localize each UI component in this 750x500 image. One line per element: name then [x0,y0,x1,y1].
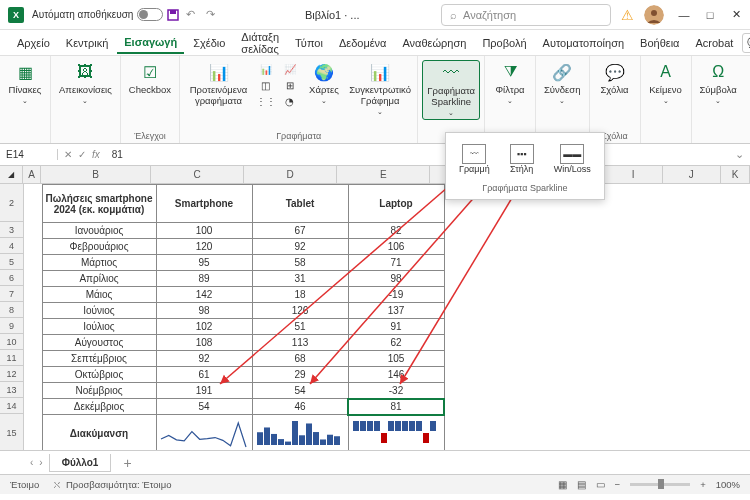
autosave-toggle[interactable]: Αυτόματη αποθήκευση [32,8,163,21]
menu-Αναθεώρηση[interactable]: Αναθεώρηση [395,33,473,53]
maximize-button[interactable]: □ [704,9,716,21]
sparklines-button[interactable]: 〰Γραφήματα Sparkline⌄ [422,60,480,120]
text-button[interactable]: AΚείμενο⌄ [645,60,687,107]
hierarchy-chart-icon[interactable]: ◫ [257,78,275,92]
menu-Βοήθεια[interactable]: Βοήθεια [633,33,686,53]
autosave-label: Αυτόματη αποθήκευση [32,9,133,20]
recommended-charts-button[interactable]: 📊Προτεινόμενα γραφήματα [184,60,253,108]
links-button[interactable]: 🔗Σύνδεση⌄ [540,60,585,107]
row-header-7[interactable]: 7 [0,286,24,302]
symbols-button[interactable]: ΩΣύμβολα⌄ [696,60,741,107]
col-header-A[interactable]: A [23,166,40,184]
sparkline-dropdown: 〰Γραμμή ▪▪▪Στήλη ▬▬Win/Loss Γραφήματα Sp… [445,132,605,200]
menu-Αρχείο[interactable]: Αρχείο [10,33,57,53]
column-chart-icon[interactable]: 📊 [257,62,275,76]
collapse-ribbon-button[interactable]: ⌄ [745,56,750,143]
row-header-9[interactable]: 9 [0,318,24,334]
search-placeholder: Αναζήτηση [463,9,516,21]
tables-button[interactable]: ▦Πίνακες⌄ [4,60,46,107]
row-header-13[interactable]: 13 [0,382,24,398]
view-page-icon[interactable]: ▤ [577,479,586,490]
svg-rect-15 [360,421,366,431]
add-sheet-button[interactable]: + [117,455,137,471]
menu-Κεντρική[interactable]: Κεντρική [59,33,115,53]
close-button[interactable]: ✕ [730,9,742,21]
statistic-chart-icon[interactable]: ⊞ [281,78,299,92]
sheet-tab[interactable]: Φύλλο1 [49,454,112,472]
menu-Διάταξη σελίδας[interactable]: Διάταξη σελίδας [234,27,286,59]
status-accessibility[interactable]: ⛌ Προσβασιμότητα: Έτοιμο [53,479,171,490]
row-header-2[interactable]: 2 [0,184,24,222]
sheet-prev-icon[interactable]: ‹ [30,457,33,468]
row-header-14[interactable]: 14 [0,398,24,414]
undo-icon[interactable]: ↶ [186,8,200,22]
col-header-I[interactable]: I [605,166,663,184]
search-box[interactable]: ⌕ Αναζήτηση [441,4,611,26]
svg-rect-1 [170,10,176,14]
view-normal-icon[interactable]: ▦ [558,479,567,490]
save-icon[interactable] [166,8,180,22]
sheet-next-icon[interactable]: › [39,457,42,468]
minimize-button[interactable]: — [678,9,690,21]
zoom-out-button[interactable]: − [615,479,621,490]
cancel-formula-icon[interactable]: ✕ [64,149,72,160]
expand-formula-bar[interactable]: ⌄ [729,148,750,161]
scatter-chart-icon[interactable]: ⋮⋮ [257,94,275,108]
line-chart-icon[interactable]: 📈 [281,62,299,76]
menu-Αυτοματοποίηση[interactable]: Αυτοματοποίηση [536,33,632,53]
svg-rect-25 [430,421,436,431]
column-spark-icon: ▪▪▪ [510,144,534,164]
row-header-12[interactable]: 12 [0,366,24,382]
data-table[interactable]: Πωλήσεις smartphone 2024 (εκ. κομμάτια)S… [24,184,445,450]
fx-icon[interactable]: fx [92,149,100,160]
row-header-11[interactable]: 11 [0,350,24,366]
warning-icon[interactable]: ⚠ [621,7,634,23]
svg-rect-7 [292,421,298,445]
row-header-15[interactable]: 15 [0,414,24,450]
col-header-K[interactable]: K [721,166,750,184]
pictures-button[interactable]: 🖼Απεικονίσεις⌄ [55,60,116,107]
pivotchart-button[interactable]: 📊Συγκεντρωτικό Γράφημα⌄ [347,60,413,118]
accept-formula-icon[interactable]: ✓ [78,149,86,160]
col-header-B[interactable]: B [41,166,151,184]
row-header-8[interactable]: 8 [0,302,24,318]
col-header-D[interactable]: D [244,166,337,184]
filters-button[interactable]: ⧩Φίλτρα⌄ [489,60,531,107]
svg-rect-13 [334,436,340,445]
row-header-6[interactable]: 6 [0,270,24,286]
menu-Προβολή[interactable]: Προβολή [475,33,533,53]
combo-chart-icon[interactable]: ◔ [281,94,299,108]
toggle-switch[interactable] [137,8,163,21]
zoom-slider[interactable] [630,483,690,486]
comments-button[interactable]: 💬Σχόλια [594,60,636,97]
row-header-4[interactable]: 4 [0,238,24,254]
ribbon: ▦Πίνακες⌄ 🖼Απεικονίσεις⌄ ☑Checkbox Έλεγχ… [0,56,750,144]
col-header-E[interactable]: E [337,166,430,184]
svg-rect-14 [353,421,359,431]
menu-Εισαγωγή[interactable]: Εισαγωγή [117,32,184,54]
col-header-J[interactable]: J [663,166,721,184]
menu-Δεδομένα[interactable]: Δεδομένα [332,33,394,53]
menu-Σχέδιο[interactable]: Σχέδιο [186,33,232,53]
sparkline-column-option[interactable]: ▪▪▪Στήλη [503,139,541,179]
select-all-button[interactable]: ◢ [0,166,23,184]
worksheet-grid[interactable]: ◢ABCDEFGHIJK 2345678910111213141516 Πωλή… [0,166,750,450]
sparkline-line-option[interactable]: 〰Γραμμή [452,139,497,179]
formula-input[interactable]: 81 [106,149,729,160]
maps-button[interactable]: 🌍Χάρτες⌄ [303,60,345,107]
zoom-in-button[interactable]: + [700,479,706,490]
sparkline-winloss-option[interactable]: ▬▬Win/Loss [547,139,598,179]
name-box[interactable]: E14 [0,149,58,160]
comments-pane-button[interactable]: 💬 [742,33,750,53]
redo-icon[interactable]: ↷ [206,8,220,22]
row-header-5[interactable]: 5 [0,254,24,270]
checkbox-button[interactable]: ☑Checkbox [125,60,175,97]
menu-Τύποι[interactable]: Τύποι [288,33,330,53]
view-break-icon[interactable]: ▭ [596,479,605,490]
menu-Acrobat[interactable]: Acrobat [688,33,740,53]
zoom-level[interactable]: 100% [716,479,740,490]
row-header-3[interactable]: 3 [0,222,24,238]
row-header-10[interactable]: 10 [0,334,24,350]
user-avatar[interactable] [644,5,664,25]
col-header-C[interactable]: C [151,166,244,184]
